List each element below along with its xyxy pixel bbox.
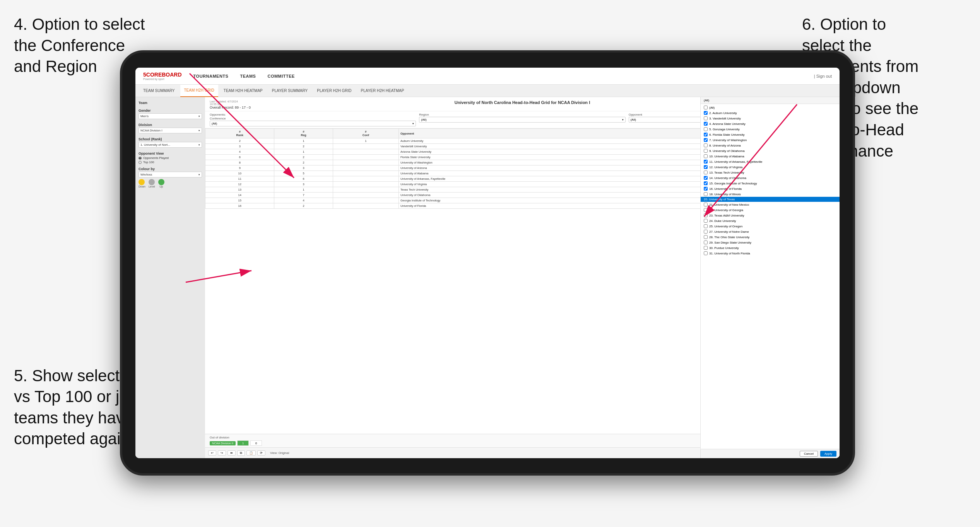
dropdown-checkbox[interactable] [704, 213, 708, 217]
dropdown-item[interactable]: 20. University of Texas [701, 197, 840, 202]
dropdown-item[interactable]: 30. Purdue University [701, 245, 840, 251]
cell-opponent: University of Oklahoma [398, 193, 715, 198]
dropdown-checkbox[interactable] [704, 143, 708, 147]
radio-top100[interactable]: Top 100 [139, 160, 202, 164]
cell-conf [333, 149, 398, 155]
radio-opponents-played[interactable]: Opponents Played [139, 156, 202, 160]
division-select[interactable]: NCAA Division I [139, 128, 202, 133]
dropdown-item[interactable]: (All) [701, 105, 840, 110]
dropdown-item[interactable]: 18. University of Illinois [701, 191, 840, 197]
dropdown-item-label: 30. Purdue University [709, 246, 739, 250]
dropdown-item[interactable]: 11. University of Arkansas, Fayetteville [701, 159, 840, 164]
dropdown-item[interactable]: 2. Auburn University [701, 110, 840, 116]
colour-select[interactable]: Win/loss [139, 172, 202, 177]
dropdown-item-label: 16. University of Florida [709, 187, 742, 191]
region-select[interactable]: (All) [419, 117, 625, 123]
dropdown-item[interactable]: 27. University of Notre Dame [701, 229, 840, 234]
dropdown-checkbox[interactable] [704, 240, 708, 244]
dropdown-item[interactable]: 4. Arizona State University [701, 121, 840, 126]
cell-conf [333, 144, 398, 149]
toolbar-paste[interactable]: 📋 [246, 450, 256, 455]
cancel-button[interactable]: Cancel [800, 451, 818, 457]
toolbar-undo[interactable]: ↩ [208, 450, 216, 455]
dropdown-list[interactable]: (All)2. Auburn University3. Vanderbilt U… [701, 104, 840, 449]
dropdown-checkbox[interactable] [704, 251, 708, 255]
dropdown-item[interactable]: 21. University of New Mexico [701, 202, 840, 207]
cell-conf [333, 160, 398, 165]
apply-button[interactable]: Apply [820, 451, 836, 457]
dropdown-checkbox[interactable] [704, 192, 708, 196]
toolbar-copy[interactable]: ⧉ [237, 450, 245, 456]
dropdown-checkbox[interactable] [704, 219, 708, 223]
conference-select[interactable]: (All) [210, 121, 416, 126]
cell-rank: 9 [205, 165, 274, 171]
dropdown-checkbox[interactable] [704, 127, 708, 131]
toolbar-redo[interactable]: ↪ [218, 450, 226, 455]
dropdown-checkbox[interactable] [704, 230, 708, 234]
dropdown-checkbox[interactable] [704, 208, 708, 212]
subnav-team-summary[interactable]: TEAM SUMMARY [139, 85, 179, 97]
nav-tournaments[interactable]: TOURNAMENTS [193, 74, 229, 78]
cell-conf [333, 198, 398, 203]
dropdown-checkbox[interactable] [704, 154, 708, 158]
dropdown-item[interactable]: 25. University of Oregon [701, 223, 840, 229]
dropdown-item[interactable]: 28. The Ohio State University [701, 234, 840, 240]
dropdown-item[interactable]: 13. Texas Tech University [701, 170, 840, 175]
subnav-player-h2h-grid[interactable]: PLAYER H2H GRID [313, 85, 355, 97]
radio-dot-2 [139, 161, 142, 164]
gender-select[interactable]: Men's [139, 113, 202, 119]
dropdown-checkbox[interactable] [704, 171, 708, 174]
dropdown-checkbox[interactable] [704, 224, 708, 228]
tablet-device: 5COREBOARD Powered by sport TOURNAMENTS … [120, 50, 855, 476]
dropdown-item[interactable]: 15. Georgia Institute of Technology [701, 181, 840, 186]
dropdown-checkbox[interactable] [704, 149, 708, 153]
subnav-team-h2h-grid[interactable]: TEAM H2H GRID [180, 85, 218, 97]
dropdown-checkbox[interactable] [704, 203, 708, 206]
dropdown-checkbox[interactable] [704, 133, 708, 136]
dropdown-checkbox[interactable] [704, 246, 708, 250]
dropdown-item[interactable]: 31. University of North Florida [701, 251, 840, 256]
dropdown-item-label: 15. Georgia Institute of Technology [709, 182, 757, 185]
dropdown-item[interactable]: 29. San Diego State University [701, 240, 840, 245]
dropdown-item[interactable]: 22. University of Georgia [701, 207, 840, 213]
dropdown-checkbox[interactable] [704, 181, 708, 185]
sub-nav: TEAM SUMMARY TEAM H2H GRID TEAM H2H HEAT… [135, 85, 840, 97]
subnav-player-summary[interactable]: PLAYER SUMMARY [268, 85, 311, 97]
dropdown-checkbox[interactable] [704, 111, 708, 115]
subnav-player-h2h-heatmap[interactable]: PLAYER H2H HEATMAP [357, 85, 408, 97]
dropdown-checkbox[interactable] [704, 116, 708, 120]
dropdown-item[interactable]: 7. University of Washington [701, 137, 840, 143]
dropdown-item[interactable]: 6. Florida State University [701, 132, 840, 137]
dropdown-item[interactable]: 24. Duke University [701, 218, 840, 223]
school-select[interactable]: 1. University of Nort... [139, 142, 202, 148]
toolbar-back[interactable]: ⬅ [227, 450, 236, 455]
dropdown-checkbox[interactable] [704, 235, 708, 239]
cell-opponent: Georgia Institute of Technology [398, 198, 715, 203]
dropdown-item[interactable]: 8. University of Arizona [701, 143, 840, 148]
dropdown-item[interactable]: 23. Texas A&M University [701, 213, 840, 218]
dropdown-checkbox[interactable] [704, 122, 708, 126]
nav-teams[interactable]: TEAMS [240, 74, 256, 78]
dropdown-item[interactable]: 3. Vanderbilt University [701, 116, 840, 121]
cell-reg: 2 [274, 203, 333, 209]
dropdown-item-label: 27. University of Notre Dame [709, 230, 749, 234]
dropdown-item[interactable]: 9. University of Oklahoma [701, 148, 840, 153]
cell-rank: 11 [205, 176, 274, 182]
dropdown-item[interactable]: 5. Gonzaga University [701, 126, 840, 132]
dropdown-checkbox[interactable] [704, 106, 708, 109]
dropdown-item-label: 5. Gonzaga University [709, 128, 740, 131]
dropdown-checkbox[interactable] [704, 138, 708, 142]
dropdown-item[interactable]: 16. University of Florida [701, 186, 840, 191]
dropdown-checkbox[interactable] [704, 187, 708, 191]
nav-committee[interactable]: COMMITTEE [267, 74, 295, 78]
dropdown-item[interactable]: 10. University of Alabama [701, 153, 840, 159]
toolbar-refresh[interactable]: ⟳ [257, 450, 265, 455]
subnav-team-h2h-heatmap[interactable]: TEAM H2H HEATMAP [220, 85, 267, 97]
nav-signout[interactable]: | Sign out [814, 74, 832, 78]
dropdown-checkbox[interactable] [704, 160, 708, 164]
dropdown-item[interactable]: 14. University of Oklahoma [701, 175, 840, 181]
dropdown-checkbox[interactable] [704, 176, 708, 180]
dropdown-checkbox[interactable] [704, 165, 708, 169]
dropdown-item[interactable]: 12. University of Virginia [701, 164, 840, 170]
school-section: School (Rank) 1. University of Nort... [139, 137, 202, 148]
